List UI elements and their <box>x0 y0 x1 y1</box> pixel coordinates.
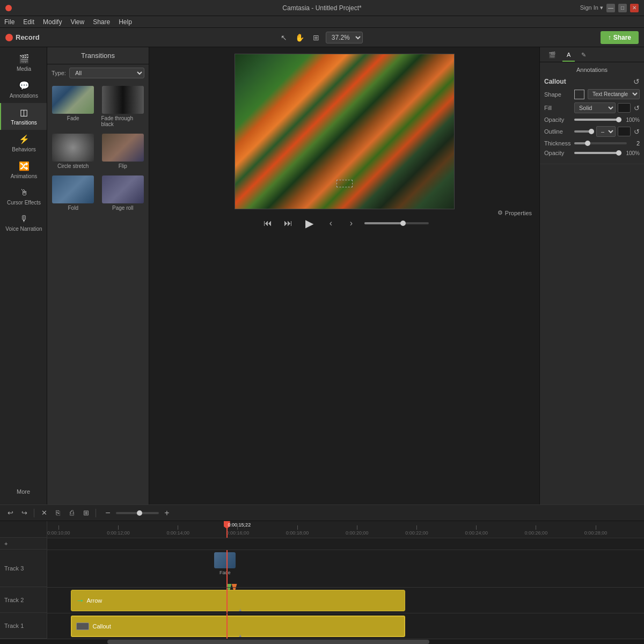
sidebar-transitions-label: Transitions <box>11 120 37 126</box>
tab-properties[interactable]: ✎ <box>577 49 590 62</box>
transition-circle[interactable]: Circle stretch <box>49 131 97 171</box>
group-button[interactable]: ⊞ <box>80 507 92 519</box>
record-button[interactable]: Record <box>5 33 40 41</box>
opacity2-slider[interactable] <box>574 152 621 154</box>
close-button[interactable]: ✕ <box>630 4 639 12</box>
transitions-icon: ◫ <box>20 107 28 118</box>
tab-annotations[interactable]: A <box>562 49 575 62</box>
outline-color-box[interactable] <box>618 127 631 136</box>
fill-reset-icon[interactable]: ↺ <box>634 104 640 112</box>
outline-type-select[interactable]: — <box>596 126 616 137</box>
media-icon: 🎬 <box>19 54 30 64</box>
playhead-time: 0:00:15;22 <box>228 522 251 528</box>
menu-file[interactable]: File <box>4 18 14 26</box>
transition-circle-thumb <box>52 134 94 162</box>
right-panel-tabs: 🎬 A ✎ <box>540 47 644 62</box>
zoom-select[interactable]: 37.2% <box>326 32 363 43</box>
transition-pageroll-thumb <box>102 175 144 203</box>
tracks-area: Fade → Arrow ▲ <box>47 538 644 639</box>
outline-slider[interactable] <box>574 130 594 133</box>
more-button[interactable]: More <box>0 484 47 499</box>
minimize-button[interactable]: — <box>606 4 615 12</box>
shape-select[interactable]: Text Rectangle <box>588 89 640 99</box>
play-button[interactable]: ▶ <box>301 215 318 232</box>
ruler-mark-7: 0:00:24;00 <box>465 525 488 536</box>
outline-reset-icon[interactable]: ↺ <box>634 128 640 136</box>
ruler-marks: 0:00:10;00 0:00:12;00 0:00:14;00 0:00:16… <box>47 521 644 538</box>
transition-flip[interactable]: Flip <box>99 131 147 171</box>
transitions-grid: Fade Fade through black Circle stretch F… <box>47 82 149 215</box>
add-track-button[interactable]: + <box>0 538 47 550</box>
paste-button[interactable]: ⎙ <box>66 507 78 519</box>
sidebar-item-voice[interactable]: 🎙 Voice Narration <box>0 210 47 236</box>
opacity2-thumb <box>616 150 621 156</box>
filter-select[interactable]: All <box>69 68 144 78</box>
sidebar-annotations-label: Annotations <box>10 93 38 99</box>
transition-flip-label: Flip <box>119 163 127 169</box>
zoom-in-button[interactable]: + <box>161 507 173 519</box>
opacity-value: 100% <box>624 117 640 123</box>
next-frame-button[interactable]: › <box>344 216 359 231</box>
transition-fade-black[interactable]: Fade through black <box>99 84 147 129</box>
opacity-fill <box>574 119 621 121</box>
opacity-thumb <box>616 117 621 122</box>
track-label-1: Track 1 <box>0 613 47 639</box>
annotations-section-title: Annotations <box>544 67 640 73</box>
copy-button[interactable]: ⎘ <box>52 507 64 519</box>
redo-button[interactable]: ↪ <box>18 507 30 519</box>
menu-share[interactable]: Share <box>93 18 110 26</box>
animations-icon: 🔀 <box>19 161 30 171</box>
menu-modify[interactable]: Modify <box>43 18 62 26</box>
sidebar-item-annotations[interactable]: 💬 Annotations <box>0 76 47 103</box>
zoom-slider[interactable] <box>116 512 159 514</box>
sidebar-item-cursor[interactable]: 🖱 Cursor Effects <box>0 184 47 210</box>
callout-expand: ▲ <box>238 633 243 638</box>
ruler-mark-1: 0:00:12;00 <box>107 525 130 536</box>
zoom-out-button[interactable]: − <box>102 507 114 519</box>
callout-reset-icon[interactable]: ↺ <box>633 77 640 86</box>
cut-button[interactable]: ✕ <box>38 507 50 519</box>
tab-media[interactable]: 🎬 <box>544 49 560 62</box>
opacity2-label: Opacity <box>544 150 572 156</box>
thickness-slider[interactable] <box>574 142 627 144</box>
playhead-line: 0:00:15;22 <box>226 521 228 538</box>
prev-frame-button[interactable]: ‹ <box>324 216 339 231</box>
maximize-button[interactable]: □ <box>618 4 627 12</box>
undo-button[interactable]: ↩ <box>4 507 16 519</box>
transition-fold-thumb <box>52 175 94 203</box>
menu-edit[interactable]: Edit <box>23 18 34 26</box>
transition-pageroll[interactable]: Page roll <box>99 173 147 213</box>
select-tool[interactable]: ↖ <box>277 31 290 44</box>
step-back-button[interactable]: ⏭ <box>281 216 296 231</box>
transition-fold[interactable]: Fold <box>49 173 97 213</box>
callout-name: Callout <box>544 78 566 85</box>
sidebar-voice-label: Voice Narration <box>5 226 42 232</box>
menu-view[interactable]: View <box>70 18 84 26</box>
fade-transition-clip[interactable]: Fade <box>214 552 236 575</box>
properties-button[interactable]: ⚙ Properties <box>497 209 532 216</box>
arrow-clip-icon: → <box>76 596 84 605</box>
preview-callout-box <box>336 180 353 187</box>
menu-help[interactable]: Help <box>119 18 132 26</box>
sign-in-button[interactable]: Sign In ▾ <box>580 4 603 11</box>
go-to-start-button[interactable]: ⏮ <box>260 216 275 231</box>
opacity-slider[interactable] <box>574 119 621 121</box>
preview-controls: ⏮ ⏭ ▶ ‹ › <box>260 215 429 232</box>
sidebar-item-media[interactable]: 🎬 Media <box>0 49 47 76</box>
clip-expand: ▲ <box>238 608 243 612</box>
track-1-row: Callout ▲ <box>47 613 644 639</box>
crop-tool[interactable]: ⊞ <box>310 31 323 44</box>
progress-bar[interactable] <box>364 222 429 224</box>
transition-fade[interactable]: Fade <box>49 84 97 129</box>
fill-label: Fill <box>544 105 572 111</box>
sidebar-item-behaviors[interactable]: ⚡ Behaviors <box>0 130 47 157</box>
sidebar-item-animations[interactable]: 🔀 Animations <box>0 157 47 184</box>
transition-pageroll-label: Page roll <box>112 205 133 211</box>
fill-color-box[interactable] <box>618 103 631 113</box>
sidebar-item-transitions[interactable]: ◫ Transitions <box>0 103 47 130</box>
timeline-scrollbar[interactable] <box>0 639 644 644</box>
share-button[interactable]: ↑ Share <box>601 31 639 44</box>
hand-tool[interactable]: ✋ <box>294 31 306 44</box>
fill-type-select[interactable]: Solid <box>574 103 616 113</box>
transition-fade-thumb <box>52 86 94 114</box>
